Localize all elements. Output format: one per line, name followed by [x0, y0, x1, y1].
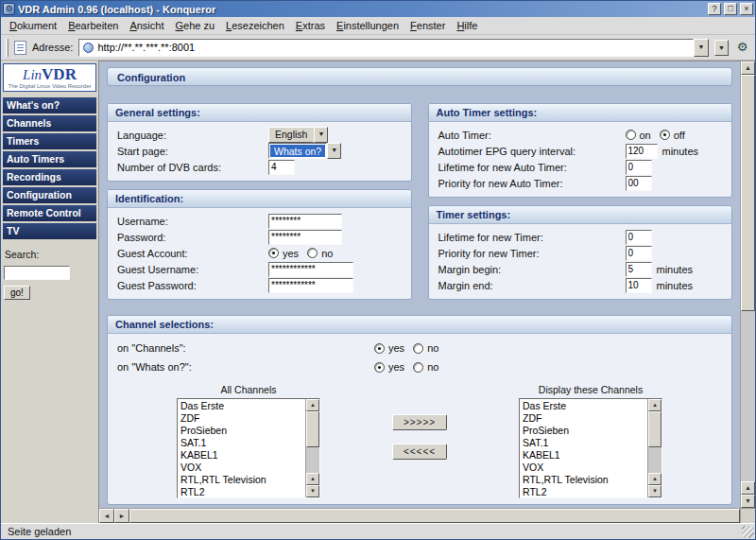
epg-interval-input[interactable] — [626, 144, 658, 159]
scroll-up-icon[interactable]: ▲ — [648, 399, 662, 411]
on-channels-no-radio[interactable] — [413, 343, 423, 354]
channel-list-item[interactable]: RTL,RTL Television — [520, 474, 647, 486]
on-whats-on-yes-radio[interactable] — [374, 362, 385, 373]
scroll-left-icon[interactable]: ◄ — [99, 509, 114, 523]
resize-grip[interactable] — [742, 526, 754, 538]
menu-item[interactable]: Extras — [290, 18, 331, 33]
start-page-select[interactable]: Whats on? ▼ — [268, 143, 341, 159]
maximize-button[interactable]: □ — [724, 3, 737, 15]
channel-list-item[interactable]: VOX — [178, 462, 305, 474]
menu-items: DokumentBearbeitenAnsichtGehe zuLesezeic… — [4, 18, 483, 33]
scroll-up-icon[interactable]: ▲ — [306, 399, 319, 411]
toolbar-drag-handle[interactable] — [6, 39, 9, 57]
timer-priority-label: Priority for new Timer: — [438, 248, 626, 259]
channel-list-item[interactable]: ZDF — [520, 412, 647, 425]
auto-timer-on-radio[interactable] — [626, 130, 636, 140]
all-channels-column: All Channels Das ErsteZDFProSiebenSAT.1K… — [177, 384, 320, 498]
sidebar-item[interactable]: TV — [3, 223, 96, 239]
password-input[interactable] — [268, 230, 342, 245]
scrollbar-thumb[interactable] — [741, 75, 755, 311]
sidebar-item[interactable]: Timers — [3, 133, 96, 149]
channel-list-item[interactable]: Das Erste — [178, 400, 305, 412]
channel-list-item[interactable]: SAT.1 — [520, 437, 647, 449]
channel-list-item[interactable]: KABEL1 — [178, 449, 305, 462]
go-button[interactable]: go! — [4, 286, 30, 300]
channel-list-item[interactable]: ZDF — [178, 412, 305, 425]
vertical-scrollbar[interactable]: ▲ ▲ ▼ — [740, 61, 755, 508]
margin-begin-input[interactable] — [626, 262, 652, 277]
channel-list-item[interactable]: RTL2 — [520, 486, 647, 497]
konqueror-gear-icon[interactable]: ⚙ — [734, 40, 750, 56]
scrollbar-track[interactable] — [741, 311, 755, 481]
sidebar-item[interactable]: Recordings — [3, 169, 96, 185]
auto-timer-off-radio[interactable] — [660, 130, 670, 140]
scroll-up-icon[interactable]: ▲ — [648, 473, 662, 485]
margin-begin-row: Margin begin: minutes — [438, 261, 723, 277]
toolbar-overflow-icon[interactable]: ▼ — [714, 40, 729, 56]
auto-timer-lifetime-input[interactable] — [626, 160, 652, 175]
scroll-up-icon[interactable]: ▲ — [741, 481, 755, 495]
guest-no-radio[interactable] — [307, 248, 318, 258]
scroll-down-icon[interactable]: ▼ — [741, 495, 755, 508]
language-select[interactable]: English ▼ — [268, 127, 328, 143]
display-channels-list[interactable]: Das ErsteZDFProSiebenSAT.1KABEL1VOXRTL,R… — [520, 399, 647, 497]
channel-list-item[interactable]: VOX — [520, 462, 647, 474]
help-button[interactable]: ? — [708, 3, 721, 15]
channel-list-item[interactable]: RTL,RTL Television — [178, 474, 305, 486]
channel-list-item[interactable]: ProSieben — [178, 425, 305, 437]
scroll-down-icon[interactable]: ▼ — [306, 485, 319, 497]
scrollbar-thumb[interactable] — [306, 411, 319, 447]
scroll-right-icon[interactable]: ► — [114, 509, 129, 523]
menu-item[interactable]: Einstellungen — [331, 18, 404, 33]
all-channels-list[interactable]: Das ErsteZDFProSiebenSAT.1KABEL1VOXRTL,R… — [178, 399, 305, 497]
menu-item[interactable]: Gehe zu — [169, 18, 220, 33]
channel-list-item[interactable]: RTL2 — [178, 486, 305, 497]
menu-item[interactable]: Lesezeichen — [220, 18, 290, 33]
remove-channels-button[interactable]: <<<<< — [392, 444, 447, 460]
auto-timer-priority-input[interactable] — [626, 176, 652, 191]
search-input[interactable] — [4, 266, 70, 280]
on-channels-yes-radio[interactable] — [374, 343, 385, 354]
sidebar-item[interactable]: Channels — [3, 115, 96, 131]
scroll-up-icon[interactable]: ▲ — [306, 473, 319, 485]
sidebar-item[interactable]: Remote Control — [3, 205, 96, 221]
scroll-up-icon[interactable]: ▲ — [741, 61, 755, 75]
timer-lifetime-input[interactable] — [626, 230, 652, 245]
channel-list-item[interactable]: Das Erste — [520, 400, 647, 412]
channel-list-item[interactable]: KABEL1 — [520, 449, 647, 462]
channel-list-item[interactable]: SAT.1 — [178, 437, 305, 449]
page-content: Configuration General settings: Language… — [99, 61, 740, 508]
display-channels-scrollbar[interactable]: ▲ ▲ ▼ — [647, 399, 662, 497]
auto-timer-settings-panel: Auto Timer settings: Auto Timer: on — [428, 103, 733, 198]
channel-list-item[interactable]: ProSieben — [520, 425, 647, 437]
close-button[interactable]: × — [740, 3, 753, 15]
scrollbar-thumb[interactable] — [129, 509, 740, 523]
horizontal-scrollbar[interactable]: ◄ ► — [99, 508, 755, 523]
dvb-cards-input[interactable] — [268, 160, 295, 175]
menu-item[interactable]: Fenster — [404, 18, 451, 33]
menu-item[interactable]: Dokument — [4, 18, 62, 33]
add-channels-button[interactable]: >>>>> — [392, 414, 447, 430]
menu-item[interactable]: Ansicht — [124, 18, 169, 33]
username-input[interactable] — [268, 214, 342, 229]
on-whats-on-no-radio[interactable] — [413, 362, 423, 373]
guest-username-input[interactable] — [268, 262, 353, 277]
guest-password-input[interactable] — [268, 278, 353, 293]
address-dropdown-icon[interactable]: ▼ — [694, 39, 709, 57]
all-channels-scrollbar[interactable]: ▲ ▲ ▼ — [305, 399, 319, 497]
menu-item[interactable]: Bearbeiten — [62, 18, 124, 33]
page-title: Configuration — [107, 67, 732, 86]
address-input[interactable] — [97, 41, 689, 55]
scrollbar-thumb[interactable] — [648, 411, 662, 447]
epg-interval-label: Autotimer EPG query interval: — [438, 146, 626, 157]
on-channels-row: on "Channels": yes no — [117, 339, 722, 357]
timer-priority-input[interactable] — [626, 246, 652, 261]
menu-item[interactable]: Hilfe — [451, 18, 483, 33]
sidebar-item[interactable]: Configuration — [3, 187, 96, 203]
globe-icon — [83, 43, 94, 53]
scroll-down-icon[interactable]: ▼ — [648, 485, 662, 497]
margin-end-input[interactable] — [626, 278, 652, 293]
sidebar-item[interactable]: What's on? — [3, 97, 96, 113]
sidebar-item[interactable]: Auto Timers — [3, 151, 96, 167]
guest-yes-radio[interactable] — [268, 248, 279, 258]
